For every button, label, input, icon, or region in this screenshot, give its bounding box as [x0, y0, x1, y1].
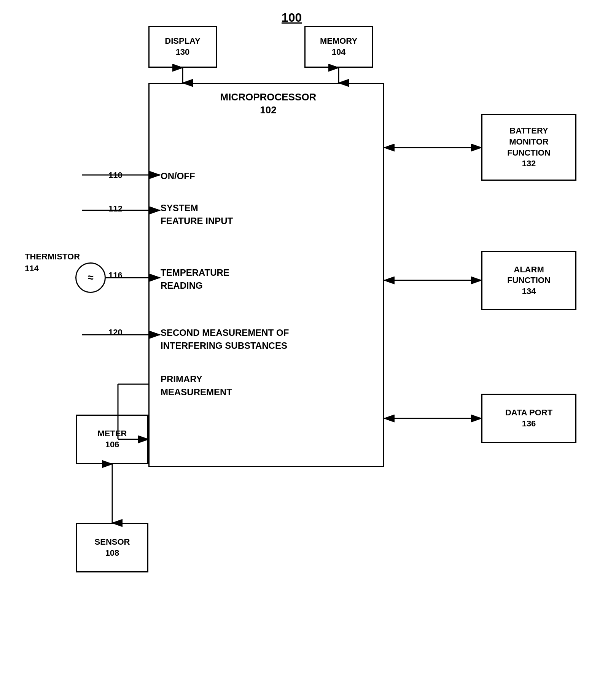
- system-feature-label: SYSTEMFEATURE INPUT: [161, 202, 233, 227]
- input-112-label: 112: [108, 203, 123, 215]
- meter-label: METER106: [98, 428, 127, 450]
- thermistor-wave-icon: ≈: [88, 272, 93, 284]
- battery-monitor-box: BATTERYMONITORFUNCTION132: [481, 114, 576, 181]
- diagram-title: 100: [282, 11, 302, 25]
- memory-box: MEMORY104: [304, 26, 373, 68]
- input-120-label: 120: [108, 327, 123, 338]
- data-port-box: DATA PORT136: [481, 394, 576, 443]
- onoff-label: ON/OFF: [161, 170, 195, 182]
- input-110-label: 110: [108, 170, 123, 181]
- thermistor-symbol: ≈: [75, 262, 106, 293]
- thermistor-label: THERMISTOR114: [25, 251, 80, 275]
- input-116-label: 116: [108, 270, 123, 281]
- alarm-function-label: ALARMFUNCTION134: [507, 264, 551, 297]
- meter-box: METER106: [76, 415, 148, 464]
- display-box: DISPLAY130: [148, 26, 217, 68]
- sensor-label: SENSOR108: [95, 537, 130, 558]
- primary-measurement-label: PRIMARYMEASUREMENT: [161, 373, 232, 398]
- microprocessor-label: MICROPROCESSOR102: [220, 91, 317, 116]
- temperature-reading-label: TEMPERATUREREADING: [161, 266, 229, 292]
- display-label: DISPLAY130: [165, 36, 200, 57]
- data-port-label: DATA PORT136: [505, 407, 552, 429]
- memory-label: MEMORY104: [320, 36, 357, 57]
- battery-monitor-label: BATTERYMONITORFUNCTION132: [507, 126, 551, 169]
- second-measurement-label: SECOND MEASUREMENT OFINTERFERING SUBSTAN…: [161, 326, 289, 352]
- alarm-function-box: ALARMFUNCTION134: [481, 251, 576, 310]
- sensor-box: SENSOR108: [76, 523, 148, 572]
